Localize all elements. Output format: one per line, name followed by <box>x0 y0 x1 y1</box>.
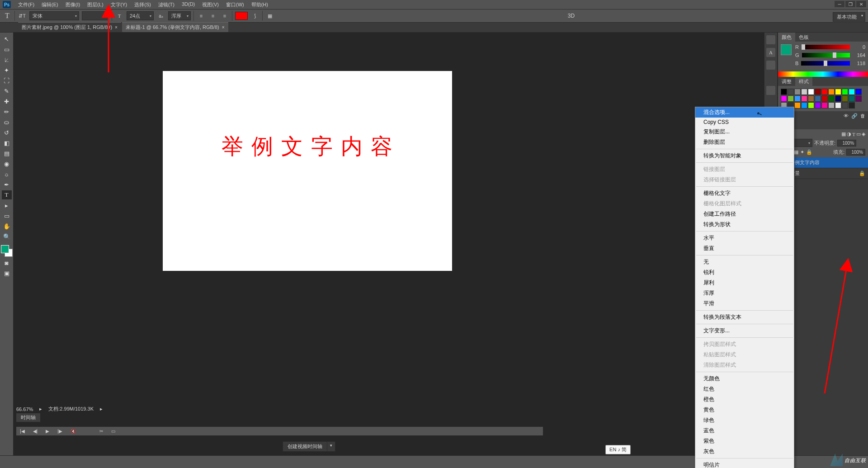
warp-text-button[interactable]: ⟆ <box>250 11 259 20</box>
style-swatch[interactable] <box>842 102 848 109</box>
context-menu-item[interactable]: 紫色 <box>695 436 794 446</box>
filter-icon2[interactable]: ◑ <box>847 131 851 137</box>
context-menu-item[interactable]: 橙色 <box>695 394 794 405</box>
create-timeline-dropdown[interactable]: ▾ <box>327 441 335 452</box>
fill-input[interactable]: 100% <box>846 149 865 156</box>
style-swatch[interactable] <box>849 95 855 102</box>
brushes-panel-icon[interactable] <box>766 86 775 95</box>
context-menu-item[interactable]: 犀利 <box>695 278 794 288</box>
color-swatches[interactable] <box>1 245 13 257</box>
context-menu-item[interactable]: 水平 <box>695 233 794 243</box>
text-layer-content[interactable]: 举例文字内容 <box>222 132 401 161</box>
style-swatch[interactable] <box>855 89 862 95</box>
trash-icon[interactable]: 🗑 <box>860 113 865 118</box>
text-orientation-toggle[interactable]: ⇵T <box>18 11 27 20</box>
context-menu-item[interactable]: 删除图层 <box>695 137 794 147</box>
context-menu-item[interactable]: Copy CSS <box>695 118 794 127</box>
close-button[interactable]: ✕ <box>856 1 866 7</box>
panel-color-swatch[interactable] <box>781 44 792 55</box>
wand-tool[interactable]: ✦ <box>2 66 12 75</box>
pen-tool[interactable]: ✒ <box>2 180 12 189</box>
context-menu-item[interactable]: 文字变形... <box>695 326 794 336</box>
swatches-tab[interactable]: 色板 <box>795 33 812 42</box>
context-menu-item[interactable]: 红色 <box>695 384 794 394</box>
context-menu-item[interactable]: 平滑 <box>695 298 794 309</box>
create-timeline-button[interactable]: 创建视频时间轴 <box>283 441 327 452</box>
lasso-tool[interactable]: ⟀ <box>2 55 12 64</box>
menu-item[interactable]: 文字(Y) <box>107 0 131 9</box>
filter-text-icon[interactable]: T <box>852 132 855 137</box>
styles-tab[interactable]: 样式 <box>795 77 812 86</box>
menu-item[interactable]: 视图(V) <box>198 0 222 9</box>
context-menu-item[interactable]: 明信片 <box>695 460 794 468</box>
style-swatch[interactable] <box>828 89 835 95</box>
menu-item[interactable]: 文件(F) <box>14 0 38 9</box>
lock-all-icon[interactable]: 🔒 <box>806 149 812 155</box>
history-panel-icon[interactable] <box>766 35 775 44</box>
r-value[interactable]: 0 <box>853 44 865 50</box>
gradient-tool[interactable]: ▤ <box>2 149 12 158</box>
context-menu-item[interactable]: 转换为段落文本 <box>695 312 794 322</box>
style-swatch[interactable] <box>828 102 835 109</box>
heal-tool[interactable]: ✚ <box>2 97 12 106</box>
style-swatch[interactable] <box>849 89 855 95</box>
lock-pixels-icon[interactable]: ▦ <box>794 149 798 155</box>
foreground-color[interactable] <box>1 245 9 253</box>
hue-strip[interactable] <box>778 71 868 77</box>
context-menu-item[interactable]: 浑厚 <box>695 288 794 298</box>
r-slider[interactable] <box>802 45 850 49</box>
menu-item[interactable]: 3D(D) <box>178 0 198 9</box>
text-color-swatch[interactable] <box>235 12 248 20</box>
menu-item[interactable]: 窗口(W) <box>222 0 248 9</box>
play-button[interactable]: ▶ <box>46 429 49 434</box>
style-swatch[interactable] <box>821 89 828 95</box>
align-center-button[interactable]: ≡ <box>208 11 217 20</box>
style-swatch[interactable] <box>801 102 807 109</box>
style-swatch[interactable] <box>788 89 794 95</box>
style-swatch[interactable] <box>808 102 814 109</box>
lock-position-icon[interactable]: ✦ <box>800 149 804 155</box>
context-menu-item[interactable]: 垂直 <box>695 243 794 254</box>
goto-first-button[interactable]: |◀ <box>20 429 25 434</box>
move-tool[interactable]: ↖ <box>2 34 12 43</box>
style-swatch[interactable] <box>788 95 794 102</box>
stamp-tool[interactable]: ⛀ <box>2 118 12 127</box>
style-swatch[interactable] <box>815 95 821 102</box>
adjust-tab[interactable]: 调整 <box>778 77 795 86</box>
style-swatch[interactable] <box>794 102 801 109</box>
anti-alias-select[interactable]: 浑厚 <box>168 11 191 20</box>
style-swatch[interactable] <box>815 102 821 109</box>
context-menu-item[interactable]: 无颜色 <box>695 373 794 384</box>
style-swatch[interactable] <box>835 95 841 102</box>
zoom-tool[interactable]: 🔍 <box>2 232 12 241</box>
b-slider[interactable] <box>801 61 850 66</box>
style-swatch[interactable] <box>808 89 814 95</box>
style-swatch[interactable] <box>835 89 841 95</box>
context-menu-item[interactable]: 灰色 <box>695 446 794 457</box>
style-swatch[interactable] <box>842 95 848 102</box>
style-swatch[interactable] <box>842 89 848 95</box>
character-panel-button[interactable]: ▦ <box>265 11 274 20</box>
style-swatch[interactable] <box>835 102 841 109</box>
path-select-tool[interactable]: ▸ <box>2 201 12 210</box>
style-swatch[interactable] <box>781 89 787 95</box>
color-tab[interactable]: 颜色 <box>778 33 795 42</box>
style-swatch[interactable] <box>855 95 862 102</box>
context-menu-item[interactable]: 蓝色 <box>695 425 794 436</box>
document-canvas[interactable]: 举例文字内容 <box>163 71 452 271</box>
screenmode-toggle[interactable]: ▣ <box>2 269 12 278</box>
g-value[interactable]: 164 <box>853 52 865 58</box>
font-family-select[interactable]: 宋体 <box>29 11 79 20</box>
style-swatch[interactable] <box>801 89 807 95</box>
next-frame-button[interactable]: |▶ <box>57 429 62 434</box>
style-swatch[interactable] <box>781 95 787 102</box>
eyedropper-tool[interactable]: ✎ <box>2 86 12 95</box>
hand-tool[interactable]: ✋ <box>2 222 12 231</box>
zoom-level[interactable]: 66.67% <box>16 407 33 412</box>
eraser-tool[interactable]: ◧ <box>2 138 12 147</box>
prev-frame-button[interactable]: ◀| <box>33 429 38 434</box>
context-menu-item[interactable]: 复制图层... <box>695 127 794 137</box>
tab-close-icon[interactable]: × <box>115 25 118 30</box>
quickmask-toggle[interactable]: ◙ <box>2 258 12 267</box>
style-swatch[interactable] <box>801 95 807 102</box>
